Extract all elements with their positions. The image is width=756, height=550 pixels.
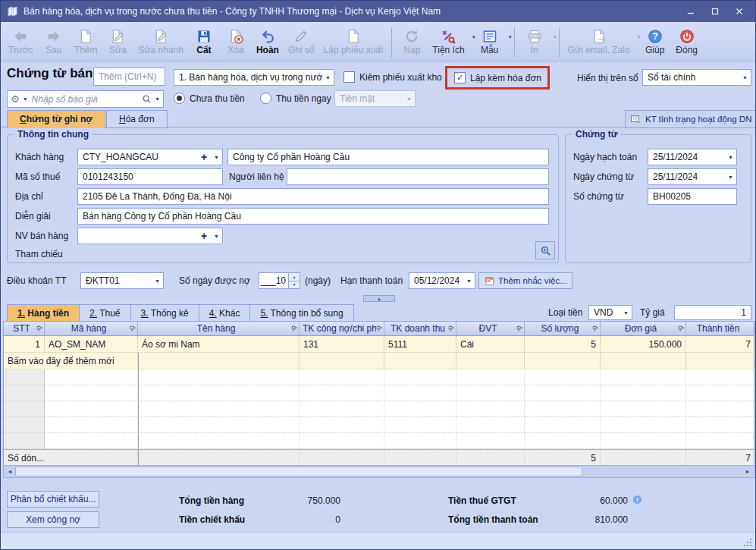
column-header-2[interactable]: Tên hàng xyxy=(138,322,300,335)
empty-row[interactable] xyxy=(4,369,754,385)
toolbar-button-7[interactable]: Hoàn xyxy=(252,27,284,58)
posting-date-select[interactable]: 25/11/2024▼ xyxy=(648,149,737,165)
tab-hoa-don[interactable]: Hóa đơn xyxy=(106,110,168,128)
currency-select[interactable]: VND▼ xyxy=(588,305,632,320)
detail-tab-1[interactable]: 1. Hàng tiền xyxy=(7,304,80,322)
pin-icon xyxy=(376,325,383,332)
chevron-down-icon[interactable]: ▼ xyxy=(508,35,513,39)
debt-days-stepper[interactable]: ___10 ▲▼ xyxy=(259,272,300,289)
cell-empty xyxy=(686,369,755,385)
chevron-down-icon[interactable]: ▼ xyxy=(155,96,160,102)
cell-col-8[interactable]: 7 xyxy=(686,336,755,353)
cell-col-7[interactable]: 150.000 xyxy=(601,336,686,353)
column-header-5[interactable]: ĐVT xyxy=(456,322,525,335)
tab-chung-tu-ghi-no[interactable]: Chứng từ ghi nợ xyxy=(7,110,105,128)
quote-search-box[interactable]: ⚙▼ Nhập số báo giá ▼ xyxy=(7,90,164,108)
detail-tab-5[interactable]: 5. Thông tin bổ sung xyxy=(249,304,353,322)
horizontal-scrollbar[interactable]: ◄ ► xyxy=(3,465,754,478)
cell-col-3[interactable]: 131 xyxy=(300,336,384,353)
add-reminder-button[interactable]: Thêm nhắc việc... xyxy=(478,272,572,289)
scroll-left-icon[interactable]: ◄ xyxy=(5,467,15,476)
empty-row[interactable] xyxy=(4,401,754,417)
empty-row[interactable] xyxy=(4,417,754,433)
chevron-down-icon[interactable]: ▼ xyxy=(553,35,557,39)
resize-grip[interactable] xyxy=(750,545,751,546)
info-icon[interactable] xyxy=(632,495,642,504)
close-button[interactable] xyxy=(729,4,749,19)
column-header-1[interactable]: Mã hàng xyxy=(45,322,138,335)
column-header-label: Thành tiền xyxy=(697,323,740,334)
due-date-select[interactable]: 05/12/2024▼ xyxy=(409,272,475,289)
cell-empty xyxy=(138,369,300,385)
column-header-6[interactable]: Số lượng xyxy=(525,322,601,335)
chevron-down-icon[interactable]: ▼ xyxy=(214,234,219,239)
customer-code-combo[interactable]: CTY_HOANGCAU +▼ xyxy=(77,149,223,165)
toolbar-button-label: Tiện ích xyxy=(432,46,464,55)
contact-person-field[interactable] xyxy=(287,168,549,185)
add-plus-icon[interactable]: + xyxy=(197,230,211,242)
checkbox-kiem-phieu-xuat-kho[interactable]: Kiêm phiếu xuất kho xyxy=(343,71,442,83)
summary-cell-4 xyxy=(384,450,456,466)
salesperson-combo[interactable]: +▼ xyxy=(77,228,223,244)
tax-code-field[interactable]: 0101243150 xyxy=(77,168,223,185)
zoom-reference-button[interactable] xyxy=(535,241,555,259)
scroll-right-icon[interactable]: ► xyxy=(742,467,753,476)
add-new-row[interactable]: Bấm vào đây để thêm mới xyxy=(4,353,754,369)
view-debt-button[interactable]: Xem công nợ xyxy=(7,511,99,528)
table-row[interactable]: 1AO_SM_NAMÁo sơ mi Nam1315111Cái5150.000… xyxy=(4,336,754,353)
detail-tab-2[interactable]: 2. Thuế xyxy=(79,304,130,322)
toolbar-button-19[interactable]: Đóng xyxy=(671,27,703,58)
spinner-arrows[interactable]: ▲▼ xyxy=(288,273,300,288)
minimize-button[interactable] xyxy=(681,4,701,19)
address-field[interactable]: 2105 Đê La Thành, Đống Đa, Hà Nội xyxy=(77,188,549,205)
cell-col-2[interactable]: Áo sơ mi Nam xyxy=(138,336,300,353)
column-header-4[interactable]: TK doanh thu xyxy=(384,322,456,335)
column-header-3[interactable]: TK công nợ/chi phí xyxy=(300,322,384,335)
document-date-select[interactable]: 25/11/2024▼ xyxy=(648,168,737,185)
description-field[interactable]: Bán hàng Công ty Cổ phần Hoàng Cầu xyxy=(77,208,549,225)
cell-col-5[interactable]: Cái xyxy=(456,336,525,353)
toolbar-button-12[interactable]: Tiện ích▼ xyxy=(428,27,473,58)
detail-tab-3[interactable]: 3. Thống kê xyxy=(130,304,199,322)
spin-down-icon[interactable]: ▼ xyxy=(289,281,300,289)
cell-col-0[interactable]: 1 xyxy=(4,336,45,353)
column-header-7[interactable]: Đơn giá xyxy=(601,322,686,335)
payment-terms-select[interactable]: ĐKTT01▼ xyxy=(80,272,164,289)
empty-row[interactable] xyxy=(4,385,754,401)
radio-thu-tien-ngay[interactable]: Thu tiền ngay xyxy=(260,93,331,104)
chevron-down-icon[interactable]: ▼ xyxy=(214,155,219,160)
scrollbar-thumb[interactable] xyxy=(15,467,582,476)
doc-type-select[interactable]: 1. Bán hàng hóa, dịch vụ trong nước▼ xyxy=(174,69,334,86)
add-new-hint-button[interactable]: Thêm (Ctrl+N) xyxy=(93,68,165,86)
allocate-discount-button[interactable]: Phân bổ chiết khấu... xyxy=(7,491,99,508)
collapse-panel-button[interactable]: ▲ xyxy=(363,295,395,302)
toolbar-button-13[interactable]: Mẫu▼ xyxy=(474,27,510,58)
cell-col-1[interactable]: AO_SM_NAM xyxy=(45,336,138,353)
pin-icon xyxy=(36,325,43,332)
cell-empty xyxy=(45,401,138,417)
maximize-button[interactable] xyxy=(705,4,725,19)
quote-number-input[interactable]: Nhập số báo giá xyxy=(32,94,142,105)
customer-name-field[interactable]: Công ty Cổ phần Hoàng Cầu xyxy=(227,149,549,165)
document-number-field[interactable]: BH00205 xyxy=(648,188,737,205)
spin-up-icon[interactable]: ▲ xyxy=(289,273,300,281)
search-icon[interactable] xyxy=(142,94,152,104)
column-header-8[interactable]: Thành tiền xyxy=(686,322,755,335)
cell-col-4[interactable]: 5111 xyxy=(384,336,456,353)
gear-icon[interactable]: ⚙ xyxy=(11,94,20,104)
toolbar-button-18[interactable]: Giúp xyxy=(639,27,671,58)
cell-col-6[interactable]: 5 xyxy=(525,336,601,353)
toolbar-button-5[interactable]: Cất xyxy=(188,27,220,58)
display-on-select[interactable]: Sổ tài chính▼ xyxy=(642,69,751,86)
detail-tab-4[interactable]: 4. Khác xyxy=(199,304,251,322)
checkbox-lap-kem-hoa-don[interactable]: ✓ Lập kèm hóa đơn xyxy=(454,72,541,83)
kt-business-status-button[interactable]: KT tình trạng hoạt động DN xyxy=(625,110,756,128)
cell-empty xyxy=(601,401,686,417)
empty-row[interactable] xyxy=(4,433,754,449)
chevron-down-icon[interactable]: ▼ xyxy=(23,96,28,102)
chevron-up-icon: ▲ xyxy=(377,297,381,301)
add-plus-icon[interactable]: + xyxy=(197,151,211,163)
column-header-0[interactable]: STT xyxy=(4,322,45,335)
add-new-hint[interactable]: Bấm vào đây để thêm mới xyxy=(4,353,138,369)
radio-chua-thu-tien[interactable]: Chưa thu tiền xyxy=(174,93,245,104)
